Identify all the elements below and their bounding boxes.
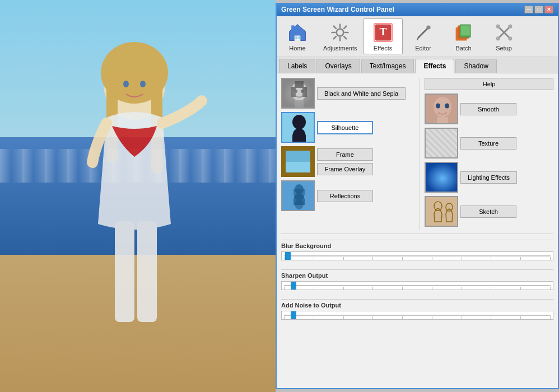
- toolbar-effects[interactable]: T Effects: [364, 18, 403, 54]
- adjustments-label: Adjustments: [323, 45, 357, 52]
- toolbar-batch[interactable]: Batch: [444, 18, 483, 54]
- sharpen-track[interactable]: [281, 281, 553, 290]
- tab-effects[interactable]: Effects: [415, 59, 454, 73]
- noise-output-section: Add Noise to Output: [281, 299, 553, 326]
- help-button[interactable]: Help: [425, 78, 553, 90]
- setup-label: Setup: [496, 45, 512, 52]
- svg-rect-51: [426, 163, 458, 193]
- content-area: Black and White and Sepia Silh: [277, 73, 558, 331]
- blur-label: Blur Background: [281, 242, 553, 249]
- texture-button[interactable]: Texture: [460, 137, 516, 150]
- svg-rect-37: [295, 100, 304, 109]
- help-row: Help: [425, 78, 553, 90]
- lighting-btn-wrap: Lighting Effects: [460, 171, 517, 184]
- tab-overlays[interactable]: Overlays: [316, 59, 360, 73]
- reflections-button[interactable]: Reflections: [317, 190, 373, 202]
- svg-rect-23: [460, 25, 469, 35]
- toolbar-setup[interactable]: Setup: [485, 18, 524, 54]
- effect-smooth: Smooth: [425, 94, 553, 124]
- noise-label: Add Noise to Output: [281, 302, 553, 309]
- svg-point-13: [337, 29, 344, 36]
- svg-rect-33: [291, 87, 296, 97]
- svg-line-17: [418, 27, 428, 38]
- svg-point-26: [496, 25, 500, 29]
- noise-thumb[interactable]: [291, 311, 296, 319]
- svg-point-7: [140, 81, 146, 87]
- effects-icon: T: [372, 21, 394, 44]
- blur-thumb[interactable]: [285, 252, 291, 260]
- effects-left-col: Black and White and Sepia Silh: [281, 78, 415, 230]
- svg-rect-10: [295, 36, 297, 39]
- frame-button[interactable]: Frame: [317, 148, 373, 161]
- batch-icon: [453, 21, 475, 44]
- sketch-thumb: [425, 196, 458, 227]
- tab-shadow[interactable]: Shadow: [455, 59, 496, 73]
- silhouette-button[interactable]: Silhouette: [317, 121, 373, 134]
- svg-point-27: [508, 25, 512, 29]
- svg-point-28: [496, 36, 500, 40]
- titlebar-controls: — □ ✕: [524, 6, 553, 13]
- svg-point-36: [301, 90, 304, 93]
- panel-titlebar: Green Screen Wizard Control Panel — □ ✕: [277, 3, 558, 16]
- smooth-btn-wrap: Smooth: [460, 103, 516, 115]
- effect-sketch: Sketch: [425, 196, 553, 227]
- smooth-thumb: [425, 94, 458, 124]
- setup-icon: [493, 21, 515, 44]
- svg-rect-30: [282, 79, 315, 109]
- sharpen-output-section: Sharpen Output: [281, 269, 553, 297]
- svg-rect-52: [426, 197, 458, 227]
- blur-track[interactable]: [281, 251, 553, 260]
- lighting-effects-button[interactable]: Lighting Effects: [460, 171, 517, 184]
- sharpen-label: Sharpen Output: [281, 272, 553, 279]
- sketch-btn-wrap: Sketch: [460, 206, 516, 218]
- toolbar: Home Adjustments T Effects: [277, 16, 558, 57]
- noise-track[interactable]: [281, 311, 553, 320]
- sketch-button[interactable]: Sketch: [460, 206, 516, 218]
- svg-text:T: T: [379, 25, 386, 38]
- silhouette-buttons: Silhouette: [317, 121, 373, 134]
- home-label: Home: [289, 45, 305, 52]
- effect-lighting: Lighting Effects: [425, 162, 553, 193]
- bw-buttons: Black and White and Sepia: [317, 87, 406, 100]
- frame-buttons: Frame Frame Overlay: [317, 148, 373, 175]
- toolbar-adjustments[interactable]: Adjustments: [318, 18, 362, 54]
- svg-rect-49: [437, 117, 448, 124]
- sharpen-thumb[interactable]: [291, 282, 296, 290]
- editor-icon: [412, 21, 435, 44]
- effect-silhouette: Silhouette: [281, 112, 415, 143]
- blur-background-section: Blur Background: [281, 240, 553, 267]
- effect-bw-sepia: Black and White and Sepia: [281, 78, 415, 109]
- frame-overlay-button[interactable]: Frame Overlay: [317, 163, 373, 175]
- home-icon: [286, 21, 309, 44]
- svg-point-35: [294, 90, 297, 93]
- svg-rect-5: [137, 221, 157, 322]
- reflections-thumb: [281, 180, 315, 211]
- svg-point-29: [508, 36, 512, 40]
- maximize-button[interactable]: □: [534, 6, 543, 13]
- panel-title: Green Screen Wizard Control Panel: [281, 6, 394, 13]
- bw-sepia-button[interactable]: Black and White and Sepia: [317, 87, 406, 100]
- lighting-thumb: [425, 162, 458, 193]
- background-photo: [0, 0, 276, 392]
- tab-labels[interactable]: Labels: [279, 59, 315, 73]
- toolbar-home[interactable]: Home: [278, 18, 317, 54]
- smooth-button[interactable]: Smooth: [460, 103, 516, 115]
- svg-point-47: [436, 104, 440, 109]
- tabs-row: Labels Overlays Text/Images Effects Shad…: [277, 57, 558, 73]
- texture-btn-wrap: Texture: [460, 137, 516, 150]
- minimize-button[interactable]: —: [524, 6, 533, 13]
- effect-texture: Texture: [425, 128, 553, 158]
- svg-point-48: [445, 104, 449, 109]
- svg-rect-12: [291, 25, 294, 29]
- effect-frame: Frame Frame Overlay: [281, 146, 415, 177]
- toolbar-editor[interactable]: Editor: [404, 18, 443, 54]
- effects-two-col: Black and White and Sepia Silh: [281, 78, 553, 230]
- close-button[interactable]: ✕: [544, 6, 553, 13]
- tab-text-images[interactable]: Text/Images: [361, 59, 414, 73]
- effects-right-col: Help Smooth: [420, 78, 553, 230]
- svg-point-31: [291, 82, 307, 101]
- svg-point-6: [123, 81, 129, 87]
- control-panel: Green Screen Wizard Control Panel — □ ✕ …: [276, 3, 559, 389]
- svg-rect-32: [295, 81, 304, 88]
- effects-label: Effects: [374, 45, 392, 52]
